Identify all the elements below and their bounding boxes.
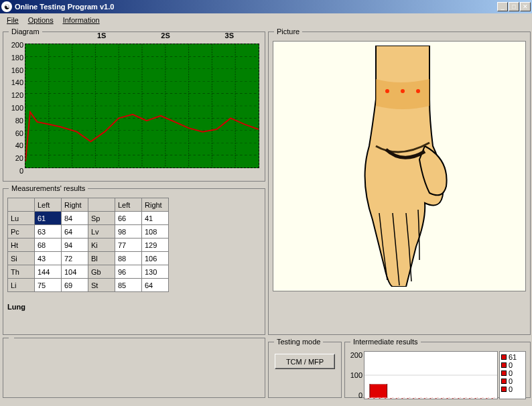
diagram-top-labels: 1S 2S 3S [23, 31, 261, 40]
table-cell[interactable]: 144 [35, 265, 62, 279]
table-cell[interactable]: 63 [35, 225, 62, 239]
table-header: Right [142, 198, 169, 212]
table-cell[interactable]: Li [8, 279, 35, 292]
svg-point-18 [385, 89, 389, 93]
table-header [8, 198, 35, 212]
intermediate-panel: Intermediate results 200 100 0 [344, 338, 531, 398]
table-cell[interactable]: 88 [115, 252, 142, 265]
table-cell[interactable]: 85 [115, 279, 142, 292]
minimize-button[interactable]: _ [497, 2, 508, 11]
svg-point-20 [416, 89, 420, 93]
table-cell[interactable]: 129 [142, 239, 169, 252]
titlebar: ☯ Online Testing Program v1.0 _ □ ✕ [0, 0, 532, 13]
table-cell[interactable]: 106 [142, 252, 169, 265]
intermediate-y-axis: 200 100 0 [349, 351, 364, 399]
menu-information[interactable]: Information [59, 15, 104, 25]
table-header: Left [115, 198, 142, 212]
results-legend: Measurements' results [9, 184, 88, 192]
table-cell[interactable]: 108 [142, 225, 169, 239]
legend-item: 61 [501, 353, 524, 361]
table-cell[interactable]: Lu [8, 212, 35, 225]
picture-legend: Picture [274, 27, 302, 36]
table-cell[interactable]: 98 [115, 225, 142, 239]
diagram-line [25, 44, 259, 167]
table-cell[interactable]: 61 [35, 212, 62, 225]
table-cell[interactable]: 41 [142, 212, 169, 225]
table-row[interactable]: Si4372Bl88106 [8, 252, 169, 265]
intermediate-plot [364, 351, 498, 399]
table-row[interactable]: Lu6184Sp6641 [8, 212, 169, 225]
table-cell[interactable]: 84 [62, 212, 88, 225]
table-cell[interactable]: Ht [8, 239, 35, 252]
menu-options[interactable]: Options [24, 15, 58, 25]
legend-item: 0 [501, 377, 524, 385]
table-cell[interactable]: Pc [8, 225, 35, 239]
close-button[interactable]: ✕ [520, 2, 531, 11]
svg-rect-29 [364, 398, 497, 399]
table-cell[interactable]: Bl [88, 252, 115, 265]
table-cell[interactable]: 68 [35, 239, 62, 252]
table-cell[interactable]: 66 [115, 212, 142, 225]
testing-mode-panel: Testing mode TCM / MFP [268, 338, 342, 398]
picture-panel: Picture [268, 27, 531, 335]
bottom-left-panel [3, 338, 265, 398]
table-header [88, 198, 115, 212]
svg-point-19 [401, 89, 405, 93]
table-cell[interactable]: 75 [35, 279, 62, 292]
titlebar-title: Online Testing Program v1.0 [15, 3, 497, 11]
table-header: Right [62, 198, 88, 212]
testing-mode-legend: Testing mode [274, 338, 323, 346]
table-cell[interactable]: Gb [88, 265, 115, 279]
table-row[interactable]: Ht6894Ki77129 [8, 239, 169, 252]
table-cell[interactable]: Si [8, 252, 35, 265]
diagram-plot [25, 44, 259, 168]
table-cell[interactable]: Sp [88, 212, 115, 225]
results-panel: Measurements' results LeftRightLeftRight… [3, 184, 265, 335]
intermediate-legend-box: 610000 [499, 351, 526, 399]
table-header: Left [35, 198, 62, 212]
hand-image [273, 41, 526, 291]
table-cell[interactable]: 72 [62, 252, 88, 265]
table-cell[interactable]: 130 [142, 265, 169, 279]
results-table[interactable]: LeftRightLeftRight Lu6184Sp6641Pc6364Lv9… [7, 198, 169, 292]
table-cell[interactable]: 43 [35, 252, 62, 265]
menu-file[interactable]: File [3, 15, 23, 25]
table-row[interactable]: Pc6364Lv98108 [8, 225, 169, 239]
tcm-mfp-button[interactable]: TCM / MFP [275, 354, 335, 369]
table-cell[interactable]: 69 [62, 279, 88, 292]
table-cell[interactable]: 64 [142, 279, 169, 292]
table-cell[interactable]: St [88, 279, 115, 292]
legend-item: 0 [501, 369, 524, 377]
diagram-y-axis: 200180160140120100806040200 [7, 41, 23, 175]
table-row[interactable]: Th144104Gb96130 [8, 265, 169, 279]
intermediate-legend: Intermediate results [350, 338, 421, 346]
table-cell[interactable]: 94 [62, 239, 88, 252]
table-cell[interactable]: 104 [62, 265, 88, 279]
table-cell[interactable]: 77 [115, 239, 142, 252]
maximize-button[interactable]: □ [509, 2, 519, 11]
legend-item: 0 [501, 361, 524, 369]
diagram-panel: Diagram 1S 2S 3S 20018016014012010080604… [3, 27, 265, 182]
menubar: File Options Information [0, 13, 532, 26]
table-cell[interactable]: 64 [62, 225, 88, 239]
table-cell[interactable]: 96 [115, 265, 142, 279]
table-cell[interactable]: Ki [88, 239, 115, 252]
svg-rect-24 [370, 385, 387, 399]
legend-item: 0 [501, 385, 524, 393]
table-cell[interactable]: Lv [88, 225, 115, 239]
table-cell[interactable]: Th [8, 265, 35, 279]
app-icon: ☯ [1, 1, 12, 12]
table-row[interactable]: Li7569St8564 [8, 279, 169, 292]
results-caption: Lung [7, 303, 169, 311]
